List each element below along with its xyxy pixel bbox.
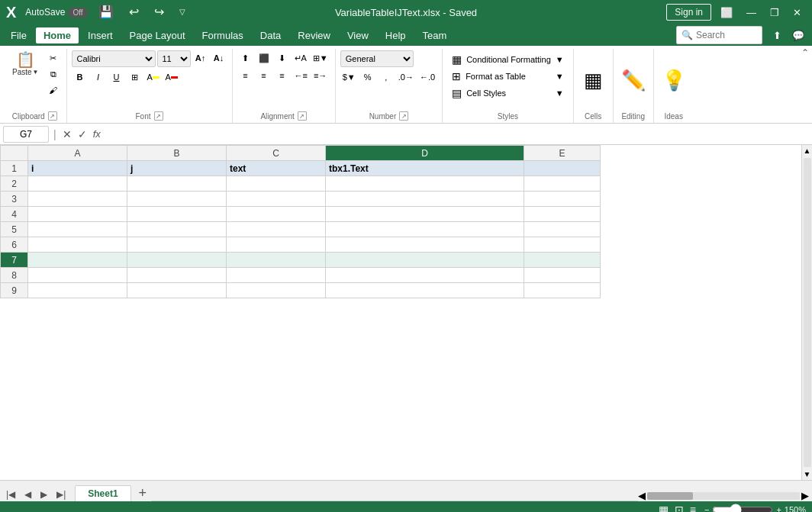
save-button[interactable]: 💾 [94, 3, 118, 21]
cell-b4[interactable] [127, 207, 227, 222]
menu-item-team[interactable]: Team [415, 27, 455, 43]
cell-a9[interactable] [28, 283, 127, 298]
row-header-9[interactable]: 9 [1, 283, 28, 298]
cell-b7[interactable] [127, 253, 227, 268]
cell-d7[interactable] [326, 253, 524, 268]
menu-item-insert[interactable]: Insert [80, 27, 121, 43]
col-header-b[interactable]: B [127, 146, 227, 161]
cell-a3[interactable] [28, 192, 127, 207]
cell-a5[interactable] [28, 222, 127, 237]
cell-e5[interactable] [524, 222, 601, 237]
cut-button[interactable]: ✂ [45, 50, 62, 66]
cell-a6[interactable] [28, 237, 127, 253]
row-header-7[interactable]: 7 [1, 253, 28, 268]
page-break-view-button[interactable]: ≡ [688, 503, 698, 512]
decrease-font-button[interactable]: A↓ [211, 50, 227, 66]
cell-d8[interactable] [326, 268, 524, 283]
cell-e2[interactable] [524, 176, 601, 192]
cell-e9[interactable] [524, 283, 601, 298]
cells-button[interactable]: ▦ [581, 67, 606, 94]
close-button[interactable]: ✕ [788, 5, 806, 21]
menu-item-formulas[interactable]: Formulas [195, 27, 251, 43]
row-header-3[interactable]: 3 [1, 192, 28, 207]
ideas-button[interactable]: 💡 [659, 67, 689, 94]
decrease-indent-button[interactable]: ←≡ [292, 68, 310, 83]
cell-a4[interactable] [28, 207, 127, 222]
hscroll-track[interactable] [647, 492, 800, 500]
cell-c3[interactable] [227, 192, 326, 207]
editing-button[interactable]: ✏️ [618, 67, 649, 94]
percent-button[interactable]: % [359, 69, 376, 85]
conditional-formatting-button[interactable]: ▦ Conditional Formatting ▼ [447, 52, 569, 67]
add-sheet-button[interactable]: + [134, 485, 152, 501]
align-top-button[interactable]: ⬆ [237, 50, 254, 66]
increase-font-button[interactable]: A↑ [192, 50, 209, 66]
row-header-4[interactable]: 4 [1, 207, 28, 222]
cell-c4[interactable] [227, 207, 326, 222]
merge-button[interactable]: ⊞▼ [311, 50, 330, 66]
qat-options-button[interactable]: ▽ [175, 5, 190, 19]
sheet-table-wrap[interactable]: A B C D E 1 i j text tbx1.Text [0, 145, 801, 480]
maximize-button[interactable]: ⬜ [716, 5, 737, 21]
col-header-a[interactable]: A [28, 146, 127, 161]
cell-b1[interactable]: j [127, 161, 227, 176]
cell-b5[interactable] [127, 222, 227, 237]
comments-button[interactable]: 💬 [788, 27, 809, 43]
cell-e3[interactable] [524, 192, 601, 207]
cell-e1[interactable] [524, 161, 601, 176]
row-header-5[interactable]: 5 [1, 222, 28, 237]
scroll-up-button[interactable]: ▲ [802, 145, 812, 156]
font-expand[interactable]: ↗ [154, 111, 163, 121]
cell-e8[interactable] [524, 268, 601, 283]
bold-button[interactable]: B [72, 69, 89, 85]
hscroll-right[interactable]: ▶ [801, 490, 809, 501]
formula-cancel-button[interactable]: ✕ [61, 127, 73, 142]
vertical-scrollbar[interactable]: ▲ ▼ [801, 145, 812, 480]
paste-button[interactable]: 📋 Paste ▼ [8, 50, 44, 78]
align-middle-button[interactable]: ⬛ [256, 50, 272, 66]
cell-c8[interactable] [227, 268, 326, 283]
ribbon-collapse-button[interactable]: ⌃ [801, 47, 809, 58]
cell-b8[interactable] [127, 268, 227, 283]
clipboard-expand[interactable]: ↗ [48, 111, 57, 121]
menu-item-file[interactable]: File [3, 27, 34, 43]
hscroll-left[interactable]: ◀ [638, 490, 646, 501]
menu-item-view[interactable]: View [340, 27, 376, 43]
cell-c5[interactable] [227, 222, 326, 237]
zoom-slider[interactable] [712, 504, 773, 512]
page-layout-view-button[interactable]: ⊡ [672, 503, 686, 512]
restore-button[interactable]: ❐ [765, 5, 784, 21]
share-button[interactable]: ⬆ [768, 27, 786, 43]
menu-item-review[interactable]: Review [290, 27, 338, 43]
formula-input[interactable] [105, 126, 809, 143]
cell-d3[interactable] [326, 192, 524, 207]
increase-indent-button[interactable]: ≡→ [311, 68, 329, 83]
font-size-selector[interactable]: 11 [157, 50, 191, 67]
row-header-6[interactable]: 6 [1, 237, 28, 253]
sheet-nav-next[interactable]: ▶ [37, 488, 50, 501]
col-header-c[interactable]: C [227, 146, 326, 161]
row-header-8[interactable]: 8 [1, 268, 28, 283]
scroll-thumb[interactable] [804, 158, 811, 467]
align-right-button[interactable]: ≡ [274, 68, 291, 83]
ribbon-search-box[interactable]: 🔍 [676, 26, 762, 44]
format-as-table-button[interactable]: ⊞ Format as Table ▼ [447, 69, 569, 84]
cell-e7[interactable] [524, 253, 601, 268]
sheet-nav-last[interactable]: ▶| [53, 488, 69, 501]
row-header-2[interactable]: 2 [1, 176, 28, 192]
minimize-button[interactable]: — [742, 5, 761, 21]
cell-d1[interactable]: tbx1.Text [326, 161, 524, 176]
cell-a1[interactable]: i [28, 161, 127, 176]
copy-button[interactable]: ⧉ [45, 66, 62, 82]
decrease-decimal-button[interactable]: ←.0 [417, 69, 437, 85]
italic-button[interactable]: I [90, 69, 107, 85]
cell-a8[interactable] [28, 268, 127, 283]
format-painter-button[interactable]: 🖌 [45, 82, 62, 98]
menu-item-page-layout[interactable]: Page Layout [122, 27, 193, 43]
signin-button[interactable]: Sign in [666, 4, 711, 21]
cell-b9[interactable] [127, 283, 227, 298]
sheet-tab-sheet1[interactable]: Sheet1 [75, 485, 130, 501]
autosave-toggle[interactable]: AutoSave Off [25, 7, 87, 18]
comma-button[interactable]: , [378, 69, 395, 85]
cell-a2[interactable] [28, 176, 127, 192]
